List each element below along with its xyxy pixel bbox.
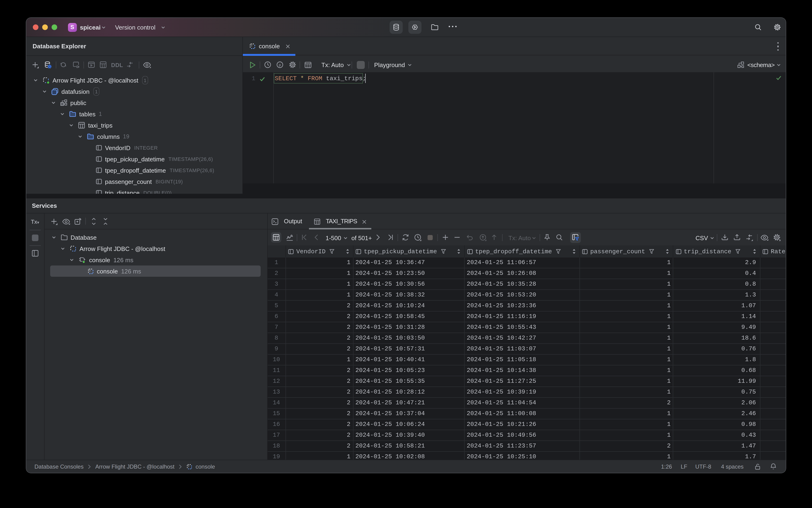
svg-text:p: p	[279, 63, 281, 67]
